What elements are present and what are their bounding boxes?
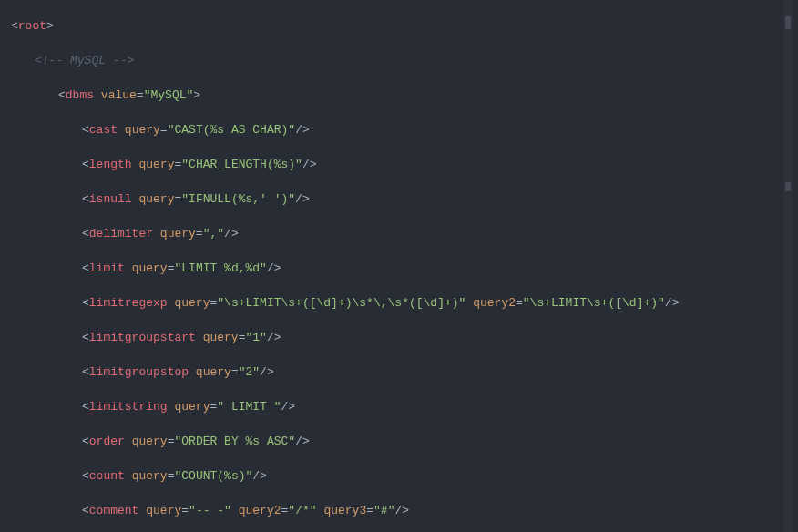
minimap[interactable]: [783, 0, 793, 532]
code-line: <!-- MySQL -->: [11, 52, 783, 69]
code-line: <limitregexp query="\s+LIMIT\s+([\d]+)\s…: [11, 294, 783, 312]
gutter: [0, 0, 11, 532]
code-line: <length query="CHAR_LENGTH(%s)"/>: [11, 156, 783, 173]
code-editor[interactable]: <root> <!-- MySQL --> <dbms value="MySQL…: [0, 0, 798, 532]
code-line: <count query="COUNT(%s)"/>: [11, 467, 783, 485]
code-line: <limitgroupstop query="2"/>: [11, 363, 783, 381]
code-line: <cast query="CAST(%s AS CHAR)"/>: [11, 121, 783, 138]
code-line: <root>: [11, 17, 783, 35]
code-line: <limitstring query=" LIMIT "/>: [11, 398, 783, 415]
code-line: <order query="ORDER BY %s ASC"/>: [11, 433, 783, 450]
code-line: <limit query="LIMIT %d,%d"/>: [11, 260, 783, 277]
vertical-scrollbar[interactable]: [793, 0, 798, 532]
code-line: <delimiter query=","/>: [11, 225, 783, 242]
code-area[interactable]: <root> <!-- MySQL --> <dbms value="MySQL…: [11, 0, 783, 532]
code-line: <dbms value="MySQL">: [11, 87, 783, 104]
code-line: <limitgroupstart query="1"/>: [11, 329, 783, 346]
code-line: <comment query="-- -" query2="/*" query3…: [11, 502, 783, 519]
code-line: <isnull query="IFNULL(%s,' ')"/>: [11, 190, 783, 208]
